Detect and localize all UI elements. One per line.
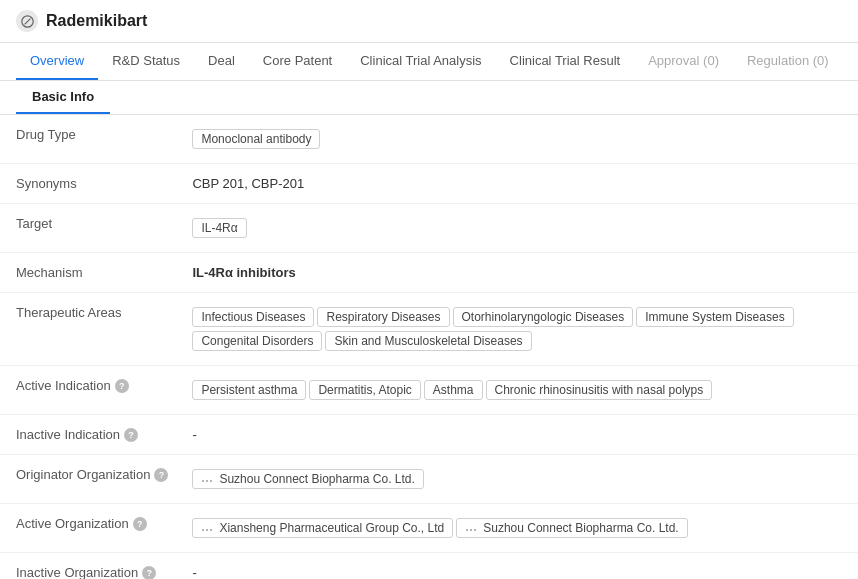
tag: Infectious Diseases	[192, 307, 314, 327]
field-label: Active Organization?	[0, 504, 184, 553]
field-label: Inactive Indication?	[0, 415, 184, 455]
field-value: Infectious DiseasesRespiratory DiseasesO…	[184, 293, 858, 366]
field-value: -	[184, 553, 858, 580]
tabs-bar: OverviewR&D StatusDealCore PatentClinica…	[0, 43, 858, 81]
field-label: Mechanism	[0, 253, 184, 293]
tag: Dermatitis, Atopic	[309, 380, 420, 400]
help-icon[interactable]: ?	[115, 379, 129, 393]
field-label: Drug Type	[0, 115, 184, 164]
field-value: IL-4Rα inhibitors	[184, 253, 858, 293]
org-icon	[465, 523, 479, 533]
info-row: TargetIL-4Rα	[0, 204, 858, 253]
org-icon	[201, 474, 215, 484]
tab-clinical-trial-result[interactable]: Clinical Trial Result	[496, 43, 635, 80]
field-label: Active Indication?	[0, 366, 184, 415]
header-icon	[16, 10, 38, 32]
tag: Chronic rhinosinusitis with nasal polyps	[486, 380, 713, 400]
section-title: Basic Info	[16, 81, 110, 114]
field-label: Originator Organization?	[0, 455, 184, 504]
info-row: Drug TypeMonoclonal antibody	[0, 115, 858, 164]
info-row: SynonymsCBP 201, CBP-201	[0, 164, 858, 204]
org-tag[interactable]: Suzhou Connect Biopharma Co. Ltd.	[192, 469, 423, 489]
help-icon[interactable]: ?	[133, 517, 147, 531]
tag: Monoclonal antibody	[192, 129, 320, 149]
field-label: Target	[0, 204, 184, 253]
field-value: IL-4Rα	[184, 204, 858, 253]
info-row: Inactive Organization?-	[0, 553, 858, 580]
help-icon[interactable]: ?	[142, 566, 156, 579]
field-label: Inactive Organization?	[0, 553, 184, 580]
help-icon[interactable]: ?	[124, 428, 138, 442]
svg-line-1	[24, 18, 30, 24]
info-row: Active Indication?Persistent asthmaDerma…	[0, 366, 858, 415]
section-header-container: Basic Info	[0, 81, 858, 115]
org-tag[interactable]: Xiansheng Pharmaceutical Group Co., Ltd	[192, 518, 453, 538]
tag: IL-4Rα	[192, 218, 246, 238]
page-title: Rademikibart	[46, 12, 147, 30]
info-row: Active Organization?Xiansheng Pharmaceut…	[0, 504, 858, 553]
tag: Skin and Musculoskeletal Diseases	[325, 331, 531, 351]
tag: Otorhinolaryngologic Diseases	[453, 307, 634, 327]
tab-clinical-trial-analysis[interactable]: Clinical Trial Analysis	[346, 43, 495, 80]
field-label: Therapeutic Areas	[0, 293, 184, 366]
field-value: Suzhou Connect Biopharma Co. Ltd.	[184, 455, 858, 504]
org-tag[interactable]: Suzhou Connect Biopharma Co. Ltd.	[456, 518, 687, 538]
info-row: Inactive Indication?-	[0, 415, 858, 455]
tab-approval-0: Approval (0)	[634, 43, 733, 80]
help-icon[interactable]: ?	[154, 468, 168, 482]
field-value: Persistent asthmaDermatitis, AtopicAsthm…	[184, 366, 858, 415]
tag: Respiratory Diseases	[317, 307, 449, 327]
info-row: Originator Organization?Suzhou Connect B…	[0, 455, 858, 504]
field-label: Synonyms	[0, 164, 184, 204]
tab-core-patent[interactable]: Core Patent	[249, 43, 346, 80]
tab-regulation-0: Regulation (0)	[733, 43, 843, 80]
tab-r&d-status[interactable]: R&D Status	[98, 43, 194, 80]
info-table: Drug TypeMonoclonal antibodySynonymsCBP …	[0, 115, 858, 579]
field-value: CBP 201, CBP-201	[184, 164, 858, 204]
info-row: Therapeutic AreasInfectious DiseasesResp…	[0, 293, 858, 366]
org-icon	[201, 523, 215, 533]
tab-deal[interactable]: Deal	[194, 43, 249, 80]
tag: Immune System Diseases	[636, 307, 793, 327]
tag: Congenital Disorders	[192, 331, 322, 351]
field-value: Monoclonal antibody	[184, 115, 858, 164]
field-value: -	[184, 415, 858, 455]
tag: Persistent asthma	[192, 380, 306, 400]
info-row: MechanismIL-4Rα inhibitors	[0, 253, 858, 293]
tag: Asthma	[424, 380, 483, 400]
tab-overview[interactable]: Overview	[16, 43, 98, 80]
field-value: Xiansheng Pharmaceutical Group Co., LtdS…	[184, 504, 858, 553]
header: Rademikibart	[0, 0, 858, 43]
